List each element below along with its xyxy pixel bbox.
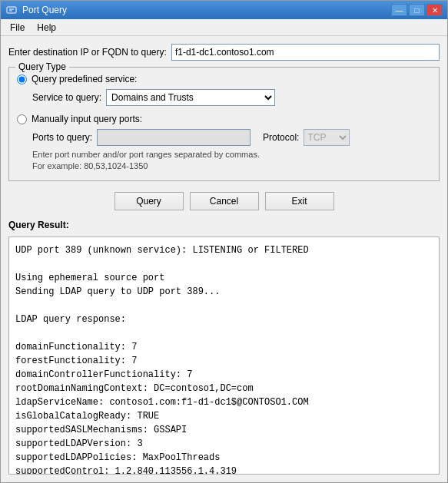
service-row: Service to query: Domains and Trusts DNS… [32,89,431,106]
minimize-button[interactable]: — [391,4,407,16]
title-bar-text: Port Query [22,5,391,15]
service-label: Service to query: [32,92,101,103]
predefined-radio-row: Query predefined service: [17,74,431,84]
hint-line1: Enter port number and/or port ranges sep… [32,149,431,160]
destination-label: Enter destination IP or FQDN to query: [8,47,167,58]
exit-button[interactable]: Exit [265,192,334,210]
ports-row: Ports to query: Protocol: TCP UDP Both [32,129,431,146]
ports-label: Ports to query: [32,132,92,143]
maximize-button[interactable]: □ [409,4,425,16]
cancel-button[interactable]: Cancel [190,192,259,210]
predefined-radio-label[interactable]: Query predefined service: [32,74,137,84]
menu-file[interactable]: File [4,21,31,35]
predefined-radio[interactable] [17,74,27,84]
group-legend: Query Type [15,61,69,72]
destination-input[interactable] [171,44,440,61]
hint-line2: For example: 80,53,1024-1350 [32,160,431,172]
manual-radio-row: Manually input query ports: [17,114,431,124]
menu-help[interactable]: Help [31,21,62,35]
manual-radio-label[interactable]: Manually input query ports: [32,114,142,124]
manual-radio[interactable] [17,114,27,124]
svg-rect-0 [7,7,16,13]
hint-text: Enter port number and/or port ranges sep… [32,149,431,173]
content-area: Enter destination IP or FQDN to query: Q… [1,36,447,482]
protocol-select[interactable]: TCP UDP Both [304,129,350,146]
service-select[interactable]: Domains and Trusts DNS FTP HTTP HTTPS LD… [106,89,275,106]
result-box[interactable]: UDP port 389 (unknown service): LISTENIN… [8,237,440,475]
app-icon [5,4,18,16]
protocol-label: Protocol: [263,132,299,143]
main-window: Port Query — □ ✕ File Help Enter destina… [0,0,448,483]
button-row: Query Cancel Exit [8,187,440,213]
title-bar-controls: — □ ✕ [391,4,443,16]
ports-input[interactable] [97,129,251,146]
destination-row: Enter destination IP or FQDN to query: [8,44,440,61]
close-button[interactable]: ✕ [426,4,443,16]
result-label: Query Result: [8,220,440,230]
query-type-group: Query Type Query predefined service: Ser… [8,67,440,181]
menu-bar: File Help [1,19,447,36]
title-bar: Port Query — □ ✕ [1,1,447,19]
query-button[interactable]: Query [114,192,184,210]
